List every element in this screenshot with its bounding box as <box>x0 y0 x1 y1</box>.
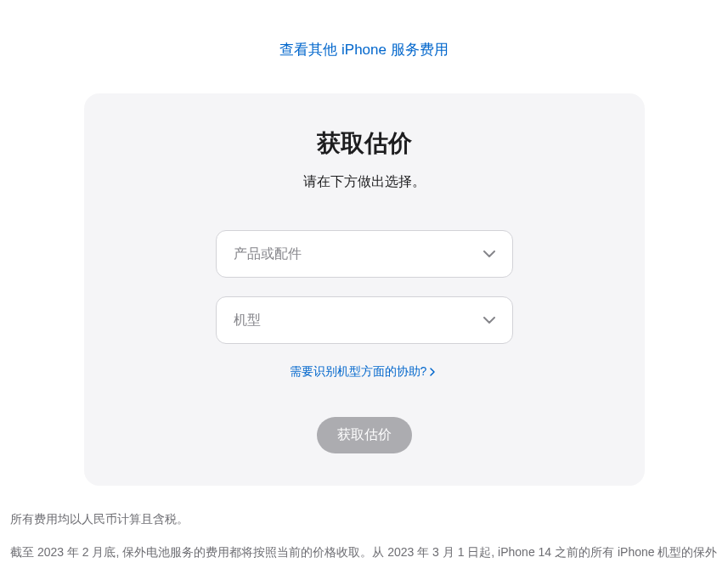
top-link-area: 查看其他 iPhone 服务费用 <box>8 0 720 85</box>
chevron-right-icon <box>430 368 438 376</box>
get-estimate-button[interactable]: 获取估价 <box>317 417 412 453</box>
model-select[interactable]: 机型 <box>216 296 513 344</box>
chevron-down-icon <box>483 248 495 260</box>
help-link-label: 需要识别机型方面的协助? <box>290 364 427 380</box>
footer-disclaimer: 所有费用均以人民币计算且含税。 截至 2023 年 2 月底, 保外电池服务的费… <box>8 508 720 563</box>
model-select-placeholder: 机型 <box>234 312 483 329</box>
footer-line-2-prefix: 截至 2023 年 2 月底, 保外电池服务的费用都将按照当前的价格收取。从 2… <box>10 545 717 563</box>
footer-line-1: 所有费用均以人民币计算且含税。 <box>10 508 718 531</box>
card-title: 获取估价 <box>135 127 594 160</box>
footer-line-2: 截至 2023 年 2 月底, 保外电池服务的费用都将按照当前的价格收取。从 2… <box>10 541 718 563</box>
product-select-placeholder: 产品或配件 <box>234 245 483 263</box>
card-subtitle: 请在下方做出选择。 <box>135 173 594 191</box>
product-select[interactable]: 产品或配件 <box>216 230 513 278</box>
identify-model-help-link[interactable]: 需要识别机型方面的协助? <box>290 364 439 380</box>
estimate-card: 获取估价 请在下方做出选择。 产品或配件 机型 需要识别机型方面的协助? <box>84 93 645 486</box>
chevron-down-icon <box>483 314 495 326</box>
other-services-link[interactable]: 查看其他 iPhone 服务费用 <box>279 42 448 58</box>
